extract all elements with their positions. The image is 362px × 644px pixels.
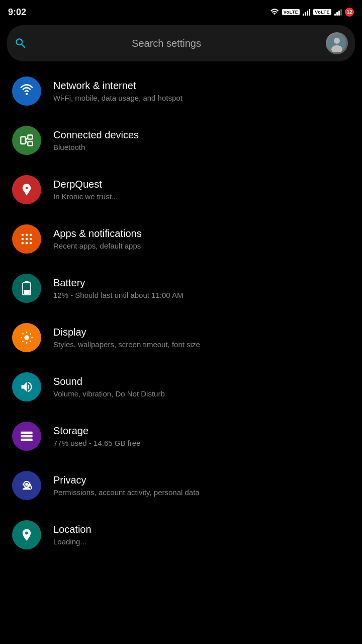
battery-text: Battery 12% - Should last until about 11… [53, 277, 184, 299]
search-icon [14, 37, 27, 50]
network-subtitle: Wi-Fi, mobile, data usage, and hotspot [53, 94, 183, 102]
svg-point-14 [30, 238, 32, 240]
sound-text: Sound Volume, vibration, Do Not Disturb [53, 376, 165, 398]
location-subtitle: Loading... [53, 537, 92, 546]
svg-point-15 [22, 242, 24, 245]
settings-item-battery[interactable]: Battery 12% - Should last until about 11… [0, 264, 362, 313]
svg-rect-24 [21, 439, 32, 441]
connected-devices-text: Connected devices Bluetooth [53, 129, 139, 151]
wifi-status-icon [270, 9, 279, 16]
svg-point-3 [26, 93, 28, 96]
svg-point-10 [26, 234, 28, 236]
svg-rect-22 [21, 432, 32, 434]
derpquest-text: DerpQuest In Kronic we trust... [53, 179, 118, 201]
settings-item-location[interactable]: Location Loading... [0, 510, 362, 559]
storage-subtitle: 77% used - 14.65 GB free [53, 439, 140, 447]
privacy-text: Privacy Permissions, account activity, p… [53, 474, 200, 497]
derpquest-title: DerpQuest [53, 179, 118, 190]
status-bar: 9:02 VoLTE VoLTE 12 [0, 0, 362, 22]
network-title: Network & internet [53, 80, 183, 92]
status-icons: VoLTE VoLTE 12 [270, 8, 354, 17]
display-title: Display [53, 327, 200, 338]
connected-devices-subtitle: Bluetooth [53, 143, 139, 151]
svg-rect-6 [28, 141, 32, 145]
settings-item-sound[interactable]: Sound Volume, vibration, Do Not Disturb [0, 362, 362, 412]
storage-text: Storage 77% used - 14.65 GB free [53, 425, 140, 447]
sound-icon [12, 372, 41, 401]
storage-icon [12, 422, 41, 451]
status-time: 9:02 [8, 7, 26, 18]
privacy-subtitle: Permissions, account activity, personal … [53, 488, 200, 497]
volte-badge-1: VoLTE [282, 9, 300, 15]
battery-icon [12, 274, 41, 303]
display-subtitle: Styles, wallpapers, screen timeout, font… [53, 340, 200, 349]
network-icon [12, 76, 41, 106]
svg-rect-5 [28, 135, 32, 139]
signal-bars-1 [303, 9, 310, 16]
volte-badge-2: VoLTE [313, 9, 331, 15]
svg-point-13 [26, 238, 28, 240]
display-text: Display Styles, wallpapers, screen timeo… [53, 327, 200, 349]
apps-notifications-subtitle: Recent apps, default apps [53, 242, 142, 250]
battery-title: Battery [53, 277, 184, 289]
settings-item-derpquest[interactable]: DerpQuest In Kronic we trust... [0, 165, 362, 214]
avatar-image [326, 32, 348, 54]
network-text: Network & internet Wi-Fi, mobile, data u… [53, 80, 183, 102]
apps-notifications-icon [12, 224, 41, 254]
svg-point-9 [22, 234, 24, 236]
apps-notifications-title: Apps & notifications [53, 228, 142, 239]
connected-devices-icon [12, 126, 41, 155]
svg-rect-23 [21, 435, 32, 438]
location-title: Location [53, 524, 92, 535]
sound-title: Sound [53, 376, 165, 387]
svg-rect-4 [21, 137, 25, 144]
location-icon [12, 520, 41, 549]
svg-point-1 [334, 38, 340, 44]
battery-subtitle: 12% - Should last until about 11:00 AM [53, 291, 184, 299]
settings-item-network[interactable]: Network & internet Wi-Fi, mobile, data u… [0, 66, 362, 116]
privacy-icon [12, 471, 41, 500]
search-placeholder: Search settings [35, 38, 298, 49]
settings-item-storage[interactable]: Storage 77% used - 14.65 GB free [0, 412, 362, 461]
svg-rect-20 [24, 290, 30, 294]
settings-list: Network & internet Wi-Fi, mobile, data u… [0, 66, 362, 559]
settings-item-connected-devices[interactable]: Connected devices Bluetooth [0, 116, 362, 165]
svg-point-11 [30, 234, 32, 236]
svg-point-21 [24, 335, 29, 340]
signal-bars-2 [334, 9, 342, 16]
user-avatar[interactable] [326, 32, 348, 54]
privacy-title: Privacy [53, 474, 200, 486]
settings-item-privacy[interactable]: Privacy Permissions, account activity, p… [0, 461, 362, 510]
display-icon [12, 323, 41, 352]
derpquest-subtitle: In Kronic we trust... [53, 192, 118, 201]
settings-item-display[interactable]: Display Styles, wallpapers, screen timeo… [0, 313, 362, 362]
connected-devices-title: Connected devices [53, 129, 139, 141]
notification-badge: 12 [345, 8, 354, 17]
sound-subtitle: Volume, vibration, Do Not Disturb [53, 389, 165, 398]
settings-item-apps-notifications[interactable]: Apps & notifications Recent apps, defaul… [0, 214, 362, 264]
svg-point-12 [22, 238, 24, 240]
location-text: Location Loading... [53, 524, 92, 546]
search-bar[interactable]: Search settings [7, 25, 355, 61]
derpquest-icon [12, 175, 41, 204]
svg-point-26 [25, 483, 28, 486]
storage-title: Storage [53, 425, 140, 437]
apps-notifications-text: Apps & notifications Recent apps, defaul… [53, 228, 142, 250]
svg-point-16 [26, 242, 28, 245]
svg-point-17 [30, 242, 32, 245]
